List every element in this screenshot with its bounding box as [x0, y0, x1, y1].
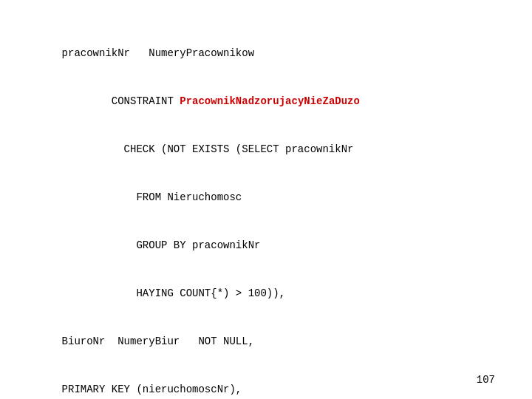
page-number: 107: [477, 374, 495, 386]
code-line-1: pracownikNr NumeryPracownikow: [62, 47, 254, 59]
page-container: pracownikNr NumeryPracownikow CONSTRAINT…: [0, 0, 532, 399]
code-line-5: GROUP BY pracownikNr: [62, 239, 261, 251]
code-line-8: PRIMARY KEY (nieruchomoscNr),: [62, 383, 242, 395]
code-line-2-prefix: CONSTRAINT: [62, 95, 180, 107]
code-line-4: FROM Nieruchomosc: [62, 191, 242, 203]
code-line-7: BiuroNr NumeryBiur NOT NULL,: [62, 335, 254, 347]
code-line-2-highlight: PracownikNadzorujacyNieZaDuzo: [180, 95, 360, 107]
code-block: pracownikNr NumeryPracownikow CONSTRAINT…: [37, 30, 495, 399]
code-line-3: CHECK (NOT EXISTS (SELECT pracownikNr: [62, 143, 354, 155]
code-line-6: HAYING COUNT{*) > 100)),: [62, 287, 285, 299]
